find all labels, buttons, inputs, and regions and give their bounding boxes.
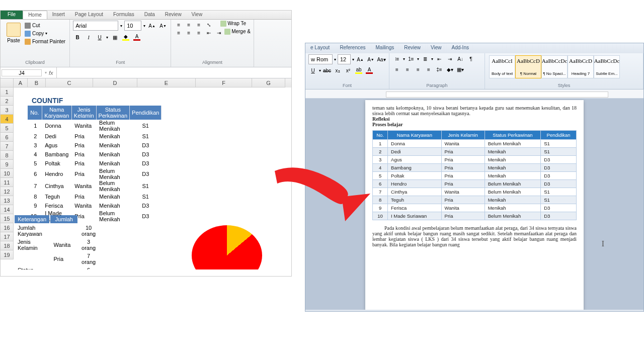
style--no-spaci-[interactable]: AaBbCcDc¶ No Spaci... xyxy=(541,55,568,78)
bullets-button[interactable]: ⁝≡ xyxy=(392,54,401,63)
word-subscript[interactable]: x₂ xyxy=(333,66,342,75)
word-tab-mailings[interactable]: Mailings xyxy=(371,43,399,53)
word-shrink-font[interactable]: A▼ xyxy=(366,55,375,64)
shading-button[interactable]: ◆▾ xyxy=(445,65,454,74)
pie-chart xyxy=(192,225,262,269)
word-dec-indent[interactable]: ⇤ xyxy=(435,54,444,63)
decrease-indent-button[interactable]: ⇤ xyxy=(204,29,213,37)
font-color-button[interactable]: A xyxy=(132,33,141,42)
th-pd: Pendidikan xyxy=(130,106,162,120)
tab-insert[interactable]: Insert xyxy=(47,11,70,19)
increase-font-button[interactable]: A▲ xyxy=(147,21,156,30)
word-align-right[interactable]: ≡ xyxy=(414,65,423,74)
align-right-button[interactable]: ≡ xyxy=(194,29,203,37)
excel-window: File Home Insert Page Layout Formulas Da… xyxy=(0,10,292,277)
align-middle-button[interactable]: ≡ xyxy=(184,21,193,29)
show-marks-button[interactable]: ¶ xyxy=(466,54,475,63)
word-tab-layout[interactable]: e Layout xyxy=(305,43,335,53)
tab-file[interactable]: File xyxy=(1,11,23,19)
fill-color-button[interactable]: ◆ xyxy=(121,33,130,42)
table-row: 6HendroPriaBelum MenikahD3 xyxy=(373,180,577,188)
fx-label: fx xyxy=(49,70,53,76)
word-superscript[interactable]: x² xyxy=(344,66,353,75)
horizontal-ruler[interactable] xyxy=(305,89,643,99)
merge-button[interactable]: Merge & xyxy=(231,29,251,37)
summary-row: Status PerkawinanMenikah6 orang xyxy=(15,266,99,269)
border-dropdown-button[interactable]: ▦▾ xyxy=(456,65,465,74)
table-row: 10I Made SuriawanPriaBelum MenikahD3 xyxy=(373,212,577,220)
copy-button[interactable]: Copy▾ xyxy=(25,30,65,38)
document-page: teman satu kelompoknya, 10 siswa berani … xyxy=(365,100,584,310)
paste-button[interactable]: Paste xyxy=(4,21,24,47)
word-tab-references[interactable]: References xyxy=(335,43,370,53)
wrap-text-button[interactable]: Wrap Te xyxy=(227,21,246,29)
align-center-button[interactable]: ≡ xyxy=(184,29,193,37)
group-alignment: ≡ ≡ ≡ ⤡ Wrap Te ≡ ≡ ≡ ⇤ ⇥ Merge & xyxy=(171,20,254,67)
word-group-styles: AaBbCcIBody of textAaBbCcD¶ NormalAaBbCc… xyxy=(485,53,643,89)
spreadsheet-grid[interactable]: ABCDEFG 12345678910111213141516171819 CO… xyxy=(1,78,291,269)
multilevel-button[interactable]: ≣ xyxy=(421,54,430,63)
tab-view[interactable]: View xyxy=(187,11,208,19)
bold-button[interactable]: B xyxy=(73,33,82,42)
underline-button[interactable]: U xyxy=(95,33,104,42)
select-all-corner[interactable] xyxy=(1,78,14,87)
font-name-select[interactable] xyxy=(73,21,118,31)
style--normal[interactable]: AaBbCcD¶ Normal xyxy=(515,55,541,78)
format-painter-button[interactable]: Format Painter xyxy=(25,38,65,46)
cut-button[interactable]: Cut xyxy=(25,22,65,30)
word-tab-addins[interactable]: Add-Ins xyxy=(447,43,474,53)
word-align-left[interactable]: ≡ xyxy=(392,65,401,74)
increase-indent-button[interactable]: ⇥ xyxy=(214,29,223,37)
tab-page-layout[interactable]: Page Layout xyxy=(70,11,108,19)
word-inc-indent[interactable]: ⇥ xyxy=(445,54,454,63)
line-spacing-button[interactable]: ‡≡ xyxy=(435,65,444,74)
word-font-name[interactable] xyxy=(308,54,333,64)
style-body-of-text[interactable]: AaBbCcIBody of text xyxy=(489,55,515,78)
word-grow-font[interactable]: A▲ xyxy=(356,55,365,64)
word-align-justify[interactable]: ≡ xyxy=(424,65,433,74)
column-headers[interactable]: ABCDEFG xyxy=(14,78,291,87)
word-group-paragraph: ⁝≡▾ 1≡▾ ≣▾ ⇤ ⇥ A↓ ¶ ≡ ≡ ≡ ≡ ‡≡ ◆▾ ▦▾ xyxy=(389,53,485,89)
th-jk: Jenis Kelamin xyxy=(71,106,96,120)
align-bottom-button[interactable]: ≡ xyxy=(194,21,203,29)
font-size-select[interactable] xyxy=(124,21,141,31)
align-left-button[interactable]: ≡ xyxy=(174,29,183,37)
table-row: 7CinthyaWanitaBelum MenikahS1 xyxy=(28,180,162,192)
word-font-size[interactable] xyxy=(338,54,351,64)
wth-jk: Jenis Kelamin xyxy=(441,131,485,140)
decrease-font-button[interactable]: A▼ xyxy=(158,21,168,30)
name-box[interactable]: J4 xyxy=(2,69,42,76)
word-underline[interactable]: U xyxy=(308,66,317,75)
style-heading-7[interactable]: AaBbCcDHeading 7 xyxy=(568,55,594,78)
word-align-center[interactable]: ≡ xyxy=(403,65,412,74)
group-clipboard: Paste Cut Copy▾ Format Painter Clipboard xyxy=(1,20,70,67)
doc-heading-proses: Proses belajar xyxy=(372,122,577,127)
tab-review[interactable]: Review xyxy=(160,11,187,19)
numbering-button[interactable]: 1≡ xyxy=(407,54,416,63)
orientation-button[interactable]: ⤡ xyxy=(204,21,213,29)
brush-icon xyxy=(25,39,31,45)
alignment-group-label: Alignment xyxy=(174,59,251,66)
word-tab-review[interactable]: Review xyxy=(399,43,426,53)
tab-formulas[interactable]: Formulas xyxy=(108,11,139,19)
word-strike[interactable]: abc xyxy=(323,66,332,75)
align-top-button[interactable]: ≡ xyxy=(174,21,183,29)
sort-button[interactable]: A↓ xyxy=(456,54,465,63)
word-font-color[interactable]: A xyxy=(365,66,374,75)
summary-row: Jumlah Karyawan10 orang xyxy=(15,224,99,237)
wrap-icon xyxy=(220,21,226,27)
word-tab-view[interactable]: View xyxy=(426,43,447,53)
row-headers[interactable]: 12345678910111213141516171819 xyxy=(1,87,14,259)
border-button[interactable]: ▦ xyxy=(110,33,119,42)
tab-data[interactable]: Data xyxy=(139,11,160,19)
word-highlight[interactable]: ab xyxy=(354,66,363,75)
formula-input[interactable] xyxy=(56,67,291,78)
tab-home[interactable]: Home xyxy=(23,11,47,19)
paragraph-group-label: Paragraph xyxy=(392,83,481,88)
bucket-icon: ◆ xyxy=(124,34,128,39)
wth-no: No. xyxy=(373,131,388,140)
style-subtle-em-[interactable]: AaBbCcDcSubtle Em... xyxy=(594,55,620,78)
italic-button[interactable]: I xyxy=(84,33,93,42)
word-change-case[interactable]: Aa▾ xyxy=(377,55,386,64)
table-row: 2DediPriaMenikahS1 xyxy=(28,132,162,141)
